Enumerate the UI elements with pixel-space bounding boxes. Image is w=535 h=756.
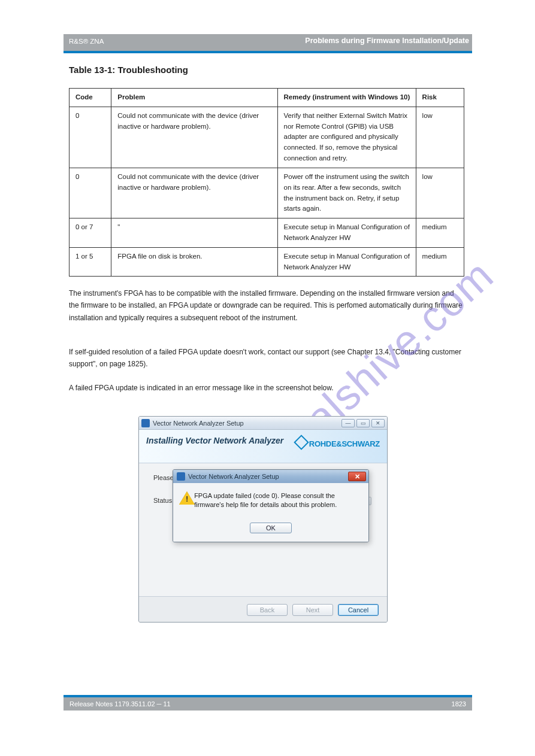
cell-code: 0 (69, 168, 111, 218)
th-problem: Problem (111, 89, 277, 107)
next-button[interactable]: Next (292, 604, 333, 616)
installer-titlebar: Vector Network Analyzer Setup — ▭ ✕ (139, 417, 387, 430)
header-right-text: Problems during Firmware Installation/Up… (305, 37, 469, 45)
msgbox-text: FPGA update failed (code 0). Please cons… (194, 491, 360, 509)
minimize-button[interactable]: — (341, 419, 355, 427)
cell-problem: Could not communicate with the device (d… (111, 107, 277, 168)
table-caption: Table 13-1: Troubleshooting (69, 65, 188, 75)
footer-right: 1823 (452, 700, 466, 708)
th-code: Code (69, 89, 111, 107)
ok-button[interactable]: OK (250, 523, 292, 533)
cell-remedy: Verify that neither External Switch Matr… (277, 107, 416, 168)
rs-brand-text: ROHDE&SCHWARZ (309, 439, 380, 448)
cell-problem: " (111, 218, 277, 248)
msgbox-title-text: Vector Network Analyzer Setup (188, 473, 348, 480)
installer-window: Vector Network Analyzer Setup — ▭ ✕ Inst… (138, 416, 388, 623)
cell-code: 0 or 7 (69, 218, 111, 248)
installer-title-icon (141, 419, 150, 427)
cell-problem: Could not communicate with the device (d… (111, 168, 277, 218)
cell-remedy: Execute setup in Manual Configuration of… (277, 247, 416, 277)
cell-risk: low (416, 168, 464, 218)
close-button[interactable]: ✕ (371, 419, 385, 427)
cell-problem: FPGA file on disk is broken. (111, 247, 277, 277)
msgbox-titlebar: Vector Network Analyzer Setup ✕ (173, 470, 368, 483)
paragraph-2: If self-guided resolution of a failed FP… (69, 346, 464, 371)
back-button[interactable]: Back (247, 604, 288, 616)
footer-left: Release Notes 1179.3511.02 ─ 11 (69, 700, 171, 708)
paragraph-3: A failed FPGA update is indicated in an … (69, 382, 464, 394)
table-row: 1 or 5 FPGA file on disk is broken. Exec… (69, 247, 464, 277)
cell-risk: medium (416, 247, 464, 277)
footer-gray-bar: Release Notes 1179.3511.02 ─ 11 1823 (64, 697, 472, 711)
msgbox-title-icon (177, 472, 185, 481)
table-row: 0 or 7 " Execute setup in Manual Configu… (69, 218, 464, 248)
cell-remedy: Power off the instrument using the switc… (277, 168, 416, 218)
installer-title-text: Vector Network Analyzer Setup (153, 420, 341, 427)
th-risk: Risk (416, 89, 464, 107)
maximize-button[interactable]: ▭ (356, 419, 370, 427)
header-blue-line (64, 51, 472, 53)
cancel-button[interactable]: Cancel (338, 604, 379, 616)
cell-remedy: Execute setup in Manual Configuration of… (277, 218, 416, 248)
error-messagebox: Vector Network Analyzer Setup ✕ ! FPGA u… (173, 469, 369, 542)
cell-code: 1 or 5 (69, 247, 111, 277)
th-remedy: Remedy (instrument with Windows 10) (277, 89, 416, 107)
header-left-text: R&S® ZNA (69, 38, 104, 45)
rohde-schwarz-logo: ROHDE&SCHWARZ (296, 438, 380, 449)
cell-risk: medium (416, 218, 464, 248)
installer-banner: Installing Vector Network Analyzer ROHDE… (139, 430, 387, 463)
cell-risk: low (416, 107, 464, 168)
installer-body: Please w Status: Vector Network Analyzer… (139, 463, 387, 596)
msgbox-close-button[interactable]: ✕ (348, 472, 366, 481)
installer-footer: Back Next Cancel (139, 596, 387, 623)
table-row: 0 Could not communicate with the device … (69, 168, 464, 218)
status-label: Status: (153, 497, 174, 504)
troubleshooting-table: Code Problem Remedy (instrument with Win… (69, 88, 464, 277)
paragraph-1: The instrument's FPGA has to be compatib… (69, 287, 464, 324)
table-row: 0 Could not communicate with the device … (69, 107, 464, 168)
warning-icon: ! (179, 491, 188, 506)
cell-code: 0 (69, 107, 111, 168)
